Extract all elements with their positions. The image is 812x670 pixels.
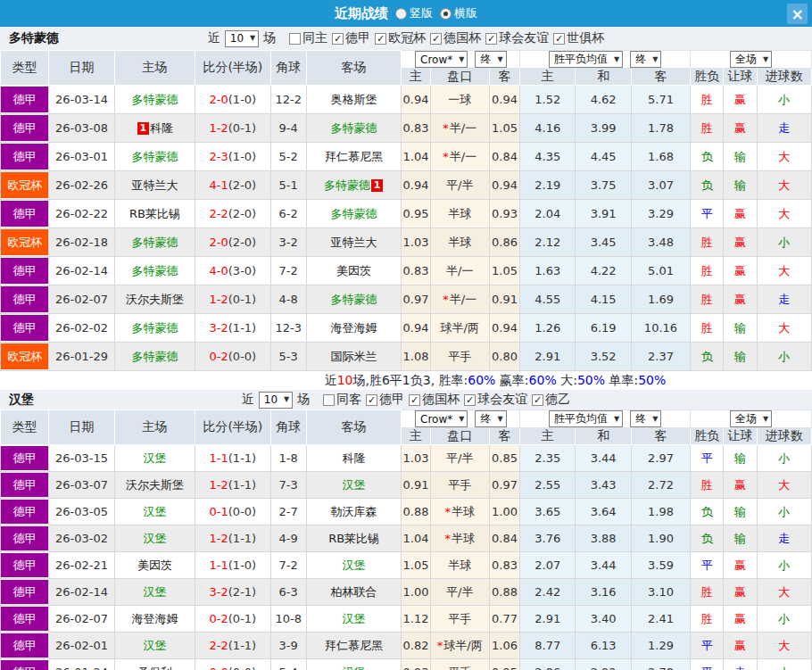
checkbox-label: 球会友谊 xyxy=(499,30,549,46)
result-winloss: 胜 xyxy=(691,114,724,143)
filter-checkbox-球会友谊[interactable]: ✓球会友谊 xyxy=(485,30,549,46)
bookmaker-select[interactable]: Crow*▼ xyxy=(415,51,468,68)
filter-checkbox-同主[interactable]: 同主 xyxy=(289,30,327,46)
away-team-name: 多特蒙德 xyxy=(331,207,377,220)
odds-final-select[interactable]: 终▼ xyxy=(475,51,506,68)
chevron-down-icon: ▼ xyxy=(497,56,502,63)
away-team-cell: 拜仁慕尼黑 xyxy=(306,633,402,659)
avg-final-select[interactable]: 终▼ xyxy=(630,410,661,427)
filter-checkbox-德国杯[interactable]: ✓德国杯 xyxy=(430,30,481,46)
filter-checkbox-世俱杯[interactable]: ✓世俱杯 xyxy=(553,30,604,46)
table-row: 德甲26-02-01汉堡2-2(1-1)3-9拜仁慕尼黑0.82*球半/两1.0… xyxy=(1,633,812,659)
bookmaker-select[interactable]: Crow*▼ xyxy=(415,410,468,427)
away-team-cell: 多特蒙德 xyxy=(306,285,402,314)
table-row: 德甲26-03-05汉堡0-1(0-0)2-7勒沃库森0.88*半球1.003.… xyxy=(1,499,812,525)
dropdown-cell: Crow*▼终▼ xyxy=(402,410,520,428)
avg-select[interactable]: 胜平负均值▼ xyxy=(549,410,623,427)
result-handicap: 输 xyxy=(724,499,757,525)
home-team-cell: 沃尔夫斯堡 xyxy=(114,472,195,499)
filter-checkbox-德甲[interactable]: ✓德甲 xyxy=(366,392,404,408)
odds-final-select[interactable]: 终▼ xyxy=(475,410,506,427)
fulltime-score: 0-2 xyxy=(210,350,228,363)
match-type-cell: 德甲 xyxy=(1,285,49,314)
checkbox-unchecked-icon[interactable] xyxy=(323,394,335,406)
column-header-客场: 客场 xyxy=(306,51,402,86)
radio-selected-icon[interactable] xyxy=(440,8,452,20)
avg-draw-odds: 4.15 xyxy=(576,285,631,314)
avg-away-odds: 10.16 xyxy=(631,314,690,343)
scope-select[interactable]: 全场▼ xyxy=(730,51,772,68)
checkbox-checked-icon[interactable]: ✓ xyxy=(532,394,543,406)
checkbox-checked-icon[interactable]: ✓ xyxy=(409,394,420,406)
checkbox-checked-icon[interactable]: ✓ xyxy=(430,33,442,45)
checkbox-checked-icon[interactable]: ✓ xyxy=(366,394,377,406)
table-row: 德甲26-02-14汉堡3-2(2-1)6-3柏林联合1.00平/半0.882.… xyxy=(1,579,812,606)
home-team-name: 美因茨 xyxy=(137,558,172,572)
avg-draw-odds: 6.13 xyxy=(576,633,631,659)
result-handicap: 输 xyxy=(724,143,757,171)
odds-home: 0.83 xyxy=(402,114,430,143)
home-team-cell: 多特蒙德 xyxy=(114,343,195,371)
competition-badge: 欧冠杯 xyxy=(1,343,48,369)
home-team-name: 亚特兰大 xyxy=(131,178,178,192)
away-team-cell: 勒沃库森 xyxy=(306,499,402,525)
away-team-name: 汉堡 xyxy=(343,558,366,572)
checkbox-unchecked-icon[interactable] xyxy=(289,33,301,45)
dropdown-group: Crow*▼终▼ xyxy=(402,410,519,427)
filter-checkbox-德国杯[interactable]: ✓德国杯 xyxy=(409,392,460,408)
chevron-down-icon: ▼ xyxy=(763,56,768,63)
avg-draw-odds: 3.44 xyxy=(576,552,631,579)
recent-count-select[interactable]: 10▼ xyxy=(259,392,293,409)
filter-checkbox-同客[interactable]: 同客 xyxy=(323,392,361,408)
title-group: 近期战绩 竖版 横版 xyxy=(335,5,477,22)
away-team-cell: 汉堡 xyxy=(306,659,402,670)
away-team-name: 亚特兰大 xyxy=(331,236,377,249)
avg-final-select[interactable]: 终▼ xyxy=(630,51,661,68)
avg-select[interactable]: 胜平负均值▼ xyxy=(549,51,623,68)
result-winloss: 负 xyxy=(691,343,724,371)
halftime-score: (0-1) xyxy=(228,121,256,135)
filter-checkbox-德甲[interactable]: ✓德甲 xyxy=(332,30,370,46)
layout-radio-horizontal[interactable]: 横版 xyxy=(440,5,477,21)
score-cell: 2-3(1-0) xyxy=(195,143,270,171)
fulltime-score: 1-2 xyxy=(210,532,228,545)
table-row: 德甲26-02-22RB莱比锡2-2(2-0)6-2多特蒙德0.95半球0.93… xyxy=(1,200,812,228)
avg-home-odds: 1.63 xyxy=(520,257,576,285)
close-icon: × xyxy=(791,5,803,23)
handicap-cell: 平手 xyxy=(430,472,489,499)
handicap-text: 半/一 xyxy=(450,121,476,135)
checkbox-checked-icon[interactable]: ✓ xyxy=(485,33,497,45)
filter-checkbox-德乙[interactable]: ✓德乙 xyxy=(532,392,570,408)
avg-home-odds: 2.19 xyxy=(520,171,576,200)
halftime-score: (0-0) xyxy=(228,505,256,518)
checkbox-checked-icon[interactable]: ✓ xyxy=(464,394,476,406)
match-type-cell: 德甲 xyxy=(1,314,49,343)
filter-checkbox-欧冠杯[interactable]: ✓欧冠杯 xyxy=(375,30,426,46)
avg-away-odds: 3.10 xyxy=(631,579,690,606)
avg-home-odds: 1.26 xyxy=(520,314,576,343)
recent-count-select[interactable]: 10▼ xyxy=(225,30,259,47)
subheader-0: 主 xyxy=(402,428,430,445)
summary-part: 10 xyxy=(337,373,353,387)
close-button[interactable]: × xyxy=(787,4,808,24)
match-type-cell: 欧冠杯 xyxy=(1,171,49,200)
filter-checkbox-球会友谊[interactable]: ✓球会友谊 xyxy=(464,392,527,408)
checkbox-checked-icon[interactable]: ✓ xyxy=(375,33,386,45)
away-team-name: 汉堡 xyxy=(343,612,366,625)
checkbox-checked-icon[interactable]: ✓ xyxy=(332,33,344,45)
subheader-3: 主 xyxy=(520,69,576,86)
checkbox-checked-icon[interactable]: ✓ xyxy=(553,33,565,45)
corners-cell: 10-8 xyxy=(270,606,306,633)
radio-unselected-icon[interactable] xyxy=(395,8,407,20)
home-team-cell: 美因茨 xyxy=(114,552,195,579)
avg-draw-odds: 3.91 xyxy=(576,200,631,228)
result-winloss: 平 xyxy=(691,200,724,228)
scope-select[interactable]: 全场▼ xyxy=(730,410,772,427)
section-team-title: 汉堡 xyxy=(9,392,34,408)
odds-away: 0.94 xyxy=(489,171,519,200)
column-header-客场: 客场 xyxy=(306,410,402,445)
recent-label: 近 xyxy=(242,392,254,408)
match-type-cell: 德甲 xyxy=(1,143,49,171)
home-team-cell: 汉堡 xyxy=(114,633,195,659)
layout-radio-vertical[interactable]: 竖版 xyxy=(395,5,433,21)
